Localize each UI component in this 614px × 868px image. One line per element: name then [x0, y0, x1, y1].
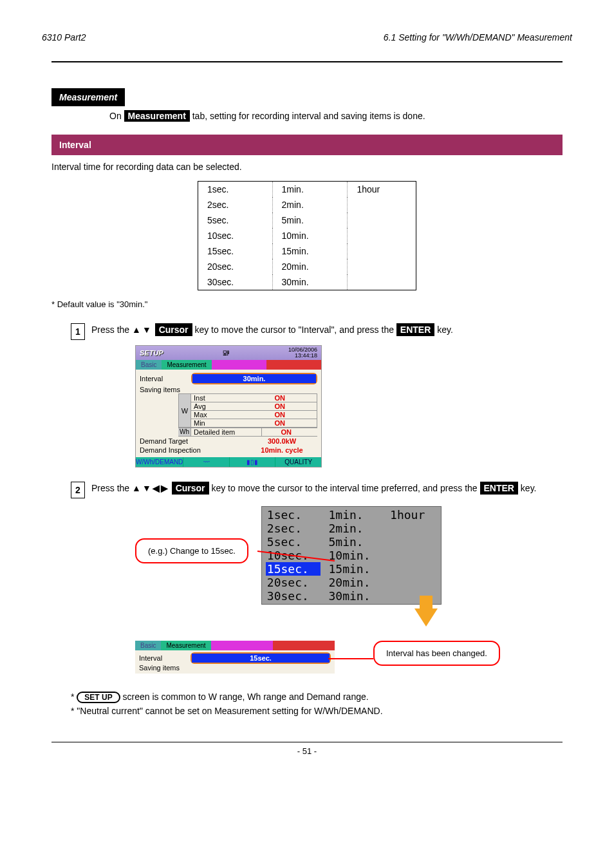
measurement-heading: Measurement — [51, 88, 125, 106]
device-tab-basic[interactable]: Basic — [136, 360, 162, 370]
measurement-desc-prefix: On — [109, 111, 124, 121]
measurement-tab-chip: Measurement — [124, 110, 190, 122]
result-tab-basic[interactable]: Basic — [135, 641, 161, 650]
pc-icon: 🖳 — [222, 348, 230, 357]
device-row-max-val[interactable]: ON — [262, 411, 288, 419]
device-row-min: Min — [191, 419, 262, 427]
opt: 20sec. — [198, 259, 273, 274]
updown-arrows-icon: ▲▼ — [132, 325, 153, 335]
opt-20min[interactable]: 20min. — [327, 576, 382, 589]
opt-2sec[interactable]: 2sec. — [266, 522, 321, 535]
result-tab-measurement[interactable]: Measurement — [161, 641, 210, 650]
device-row-avg-val[interactable]: ON — [262, 402, 288, 410]
device-tab-measurement[interactable]: Measurement — [162, 360, 211, 370]
footer-note-2: * "Neutral current" cannot be set on Mea… — [71, 706, 563, 716]
page-number: - 51 - — [51, 746, 563, 756]
all-arrows-icon: ▲▼◀▶ — [132, 483, 169, 493]
device-demand-insp-value[interactable]: 10min. cycle — [247, 446, 317, 454]
callout-example: (e.g.) Change to 15sec. — [135, 538, 248, 563]
bottom-rule — [51, 742, 563, 742]
opt-2min[interactable]: 2min. — [327, 522, 382, 535]
opt-1sec[interactable]: 1sec. — [266, 508, 321, 522]
measurement-desc: On Measurement tab, setting for recordin… — [109, 110, 563, 122]
t: key. — [434, 325, 453, 335]
opt-1min[interactable]: 1min. — [327, 508, 382, 522]
step2-number: 2 — [71, 482, 85, 498]
device-demand-insp-label: Demand Inspection — [140, 446, 247, 454]
setup-pill: SET UP — [77, 692, 120, 703]
callout-changed: Interval has been changed. — [373, 641, 500, 666]
opt-5min[interactable]: 5min. — [327, 535, 382, 549]
opt-15sec-selected[interactable]: 15sec. — [266, 562, 321, 576]
result-screenshot: Basic Measurement Interval 15sec. Saving… — [135, 641, 335, 674]
opt-5sec[interactable]: 5sec. — [266, 535, 321, 549]
opt: 5sec. — [198, 212, 273, 228]
device-tab-blank2[interactable] — [266, 360, 321, 370]
interval-options-table: 1sec.1min.1hour 2sec.2min. 5sec.5min. 10… — [198, 181, 416, 290]
result-saving-label: Saving items — [139, 664, 331, 672]
top-rule — [51, 61, 563, 62]
opt: 1sec. — [198, 182, 273, 198]
t: Press the — [91, 483, 132, 493]
device-row-min-val[interactable]: ON — [262, 419, 288, 427]
interval-heading: Interval — [51, 135, 563, 155]
device-wh-label: Wh — [178, 428, 191, 436]
cursor-key-chip: Cursor — [172, 482, 209, 495]
opt: 30min. — [272, 274, 348, 290]
opt: 2sec. — [198, 197, 273, 212]
default-note: * Default value is "30min." — [51, 299, 563, 309]
device-wh-val[interactable]: ON — [262, 428, 294, 436]
device-clock: 10/06/2006 13:44:18 — [288, 347, 317, 359]
opt: 1hour — [348, 182, 416, 198]
result-tab-b2[interactable] — [273, 641, 335, 650]
opt-30min[interactable]: 30min. — [327, 589, 382, 603]
interval-selector-popup[interactable]: 1sec.1min.1hour 2sec.2min. 5sec.5min. 10… — [261, 506, 442, 605]
t: key to move the cursor to "Interval", an… — [192, 325, 396, 335]
device-interval-value: 30min. — [192, 374, 316, 383]
opt-20sec[interactable]: 20sec. — [266, 576, 321, 589]
device-row-avg: Avg — [191, 402, 262, 410]
device-demand-target-value[interactable]: 300.0kW — [247, 437, 317, 445]
opt-15min[interactable]: 15min. — [327, 562, 382, 576]
result-tab-b1[interactable] — [211, 641, 273, 650]
result-interval-label: Interval — [139, 654, 191, 662]
opt: 10min. — [272, 228, 348, 243]
interval-desc: Interval time for recording data can be … — [51, 162, 563, 172]
device-interval-field[interactable]: 30min. — [191, 373, 317, 384]
device-saving-label: Saving items — [140, 386, 317, 393]
t: key to move the cursor to the interval t… — [209, 483, 478, 493]
device-row-inst-val[interactable]: ON — [262, 394, 288, 402]
device-w-label: W — [178, 393, 191, 428]
opt-10sec[interactable]: 10sec. — [266, 549, 321, 562]
opt: 30sec. — [198, 274, 273, 290]
device-setup-label: SETUP — [140, 349, 163, 357]
enter-key-chip: ENTER — [396, 323, 434, 336]
device-demand-target-label: Demand Target — [140, 437, 247, 445]
device-row-max: Max — [191, 411, 262, 419]
step2-text: Press the ▲▼◀▶ Cursor key to move the cu… — [91, 482, 563, 495]
device-footer-bars-icon[interactable]: ▮▯▮ — [230, 457, 276, 467]
footer-note-1: * SET UP screen is common to W range, Wh… — [71, 692, 563, 703]
opt-1hour[interactable]: 1hour — [389, 508, 437, 522]
t: key. — [518, 483, 537, 493]
opt: 2min. — [272, 197, 348, 212]
result-interval-field[interactable]: 15sec. — [191, 652, 331, 664]
step1-text: Press the ▲▼ Cursor key to move the curs… — [91, 323, 563, 336]
device-tab-blank1[interactable] — [212, 360, 266, 370]
opt: 20min. — [272, 259, 348, 274]
device-footer-wave-icon[interactable]: 〰 — [183, 457, 230, 467]
t: screen is common to W range, Wh range an… — [120, 692, 369, 702]
opt: 15min. — [272, 243, 348, 259]
opt: 10sec. — [198, 228, 273, 243]
device-footer: W/Wh/DEMAND 〰 ▮▯▮ QUALITY — [136, 457, 321, 467]
opt-30sec[interactable]: 30sec. — [266, 589, 321, 603]
device-row-inst: Inst — [191, 394, 262, 402]
device-footer-wwh[interactable]: W/Wh/DEMAND — [136, 457, 183, 467]
header-left: 6310 Part2 — [42, 32, 86, 42]
enter-key-chip: ENTER — [480, 482, 518, 495]
header-right: 6.1 Setting for "W/Wh/DEMAND" Measuremen… — [384, 32, 572, 42]
result-interval-value: 15sec. — [192, 654, 330, 663]
device-footer-quality[interactable]: QUALITY — [275, 457, 321, 467]
opt-10min[interactable]: 10min. — [327, 549, 382, 562]
device-time: 13:44:18 — [295, 352, 317, 359]
